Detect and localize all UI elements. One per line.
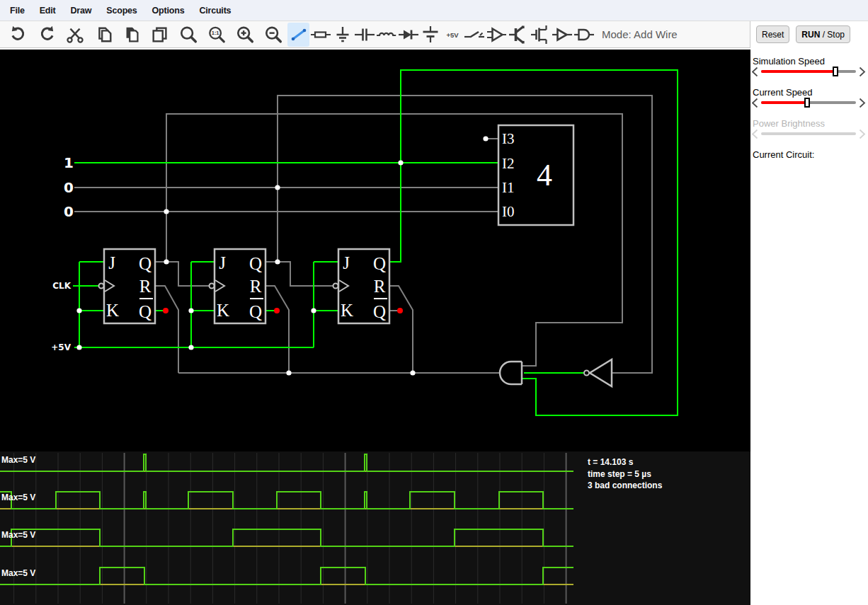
svg-text:J: J	[219, 253, 226, 272]
current-speed-slider[interactable]	[750, 97, 868, 108]
circuit-canvas[interactable]: JQRKQJQRKQJQRKQI3I2I1I04100CLK+5VMax=5 V…	[0, 50, 750, 605]
jk-flip-flop-3[interactable]: JQRKQ	[333, 249, 390, 323]
copy-icon[interactable]	[89, 23, 118, 47]
jk-flip-flop-2[interactable]: JQRKQ	[210, 249, 266, 323]
power-brightness-track[interactable]	[761, 132, 856, 135]
svg-text:Q: Q	[249, 302, 262, 321]
display-decoder-box[interactable]: I3I2I1I04	[498, 125, 573, 225]
canvas-label-0[interactable]: 0	[64, 203, 74, 220]
svg-text:I2: I2	[502, 155, 515, 172]
search-icon[interactable]	[174, 23, 202, 47]
svg-text:t = 14.103 s: t = 14.103 s	[588, 457, 634, 467]
junction-dot	[286, 370, 291, 375]
simulation-speed-track[interactable]	[761, 70, 856, 73]
switch-icon[interactable]	[463, 23, 485, 47]
junction-dot	[188, 345, 193, 350]
svg-text:3 bad connections: 3 bad connections	[588, 480, 663, 490]
menu-item-edit[interactable]: Edit	[40, 6, 56, 16]
zoom-in-icon[interactable]	[231, 23, 259, 47]
right-panel: Reset RUN / Stop Simulation SpeedCurrent…	[750, 21, 868, 605]
svg-text:Q: Q	[373, 254, 386, 273]
simulation-speed-thumb[interactable]	[833, 67, 838, 76]
inductor-icon[interactable]	[375, 23, 397, 47]
current-speed-thumb[interactable]	[804, 98, 810, 108]
and-gate-icon[interactable]	[573, 23, 595, 47]
svg-text:Q: Q	[139, 302, 152, 321]
mosfet-icon[interactable]	[529, 23, 551, 47]
power-brightness-right-arrow[interactable]	[857, 129, 867, 142]
voltage-icon[interactable]	[419, 23, 441, 47]
canvas-label-0[interactable]: 0	[64, 179, 74, 196]
redo-icon[interactable]	[33, 23, 61, 47]
svg-text:K: K	[217, 301, 229, 320]
svg-text:Max=5 V: Max=5 V	[1, 530, 35, 540]
menu-item-circuits[interactable]: Circuits	[199, 6, 231, 16]
current-circuit-label: Current Circuit:	[753, 149, 814, 160]
plus-5v-icon[interactable]: +5V	[441, 23, 463, 47]
run-label: RUN	[801, 30, 820, 40]
menu-item-options[interactable]: Options	[152, 6, 185, 16]
duplicate-icon[interactable]	[146, 23, 174, 47]
resistor-icon[interactable]	[309, 23, 331, 47]
simulation-speed-left-arrow[interactable]	[750, 67, 760, 80]
simulation-speed-label: Simulation Speed	[753, 56, 825, 67]
canvas-label-+5V[interactable]: +5V	[51, 342, 71, 352]
transistor-icon[interactable]	[507, 23, 529, 47]
mode-label: Mode: Add Wire	[602, 28, 678, 40]
svg-text:+5V: +5V	[446, 30, 459, 38]
junction-dot	[275, 259, 280, 264]
reset-button[interactable]: Reset	[756, 25, 789, 43]
canvas-label-1[interactable]: 1	[64, 154, 74, 171]
power-brightness-slider[interactable]	[750, 128, 868, 139]
svg-text:4: 4	[537, 158, 552, 192]
buffer-icon[interactable]	[485, 23, 507, 47]
menu-item-draw[interactable]: Draw	[71, 6, 92, 16]
toolbar: 1:1+5VMode: Add Wire	[0, 21, 750, 48]
run-stop-button[interactable]: RUN / Stop	[796, 25, 850, 43]
junction-dot	[311, 308, 316, 313]
bad-connection-dot	[274, 308, 280, 313]
svg-text:I0: I0	[502, 203, 515, 220]
menu-item-scopes[interactable]: Scopes	[106, 6, 137, 16]
junction-dot	[410, 370, 415, 375]
jk-flip-flop-1[interactable]: JQRKQ	[99, 249, 156, 323]
cut-icon[interactable]	[61, 23, 89, 47]
bad-connection-dot	[163, 308, 169, 313]
zoom-1-1-icon[interactable]: 1:1	[202, 23, 231, 47]
simulation-speed-slider[interactable]	[750, 66, 868, 77]
svg-text:Q: Q	[249, 254, 262, 273]
current-speed-track[interactable]	[761, 101, 856, 104]
svg-text:R: R	[139, 277, 152, 296]
simulation-speed-right-arrow[interactable]	[857, 67, 867, 80]
diode-icon[interactable]	[397, 23, 419, 47]
svg-text:I1: I1	[502, 179, 515, 196]
svg-text:Max=5 V: Max=5 V	[1, 455, 35, 465]
buffer-2-icon[interactable]	[551, 23, 573, 47]
current-speed-right-arrow[interactable]	[857, 98, 867, 111]
svg-text:Q: Q	[139, 254, 152, 273]
ground-icon[interactable]	[331, 23, 353, 47]
stop-label: / Stop	[820, 30, 845, 40]
capacitor-icon[interactable]	[353, 23, 375, 47]
junction-dot	[76, 345, 81, 350]
zoom-out-icon[interactable]	[259, 23, 287, 47]
current-speed-left-arrow[interactable]	[750, 98, 760, 111]
junction-dot	[398, 160, 403, 165]
svg-text:K: K	[341, 301, 353, 320]
canvas-label-CLK[interactable]: CLK	[52, 281, 71, 291]
junction-dot	[164, 209, 169, 214]
undo-icon[interactable]	[4, 23, 33, 47]
paste-icon[interactable]	[118, 23, 146, 47]
current-speed-label: Current Speed	[753, 87, 813, 98]
junction-dot	[76, 308, 81, 313]
junction-dot	[164, 259, 169, 264]
menu-item-file[interactable]: File	[10, 6, 25, 16]
wire-icon[interactable]	[287, 23, 309, 47]
junction-dot	[188, 308, 193, 313]
svg-text:Q: Q	[373, 302, 386, 321]
power-brightness-left-arrow[interactable]	[750, 129, 760, 142]
svg-text:K: K	[106, 301, 119, 320]
svg-text:J: J	[343, 253, 350, 272]
power-brightness-label: Power Brightness	[753, 118, 825, 129]
svg-text:1:1: 1:1	[212, 30, 219, 36]
